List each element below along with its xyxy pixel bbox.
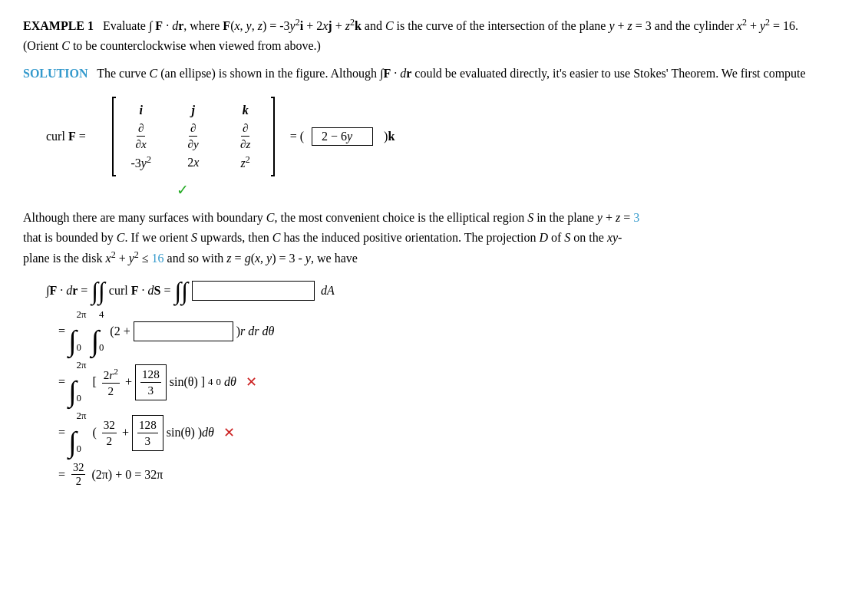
curl-equation: curl F = i j k ∂ ∂x ∂ ∂y <box>46 97 819 176</box>
paren-close4: )dθ <box>198 426 214 440</box>
upper-2pi-4: 2π <box>77 410 87 422</box>
integral-line5: = 32 2 (2π) + 0 = 32π <box>58 461 819 488</box>
solution-paragraph: SOLUTION The curve C (an ellipse) is sho… <box>23 64 819 84</box>
frac-2r2-2: 2r2 2 <box>102 366 120 399</box>
integral-line4: = ∫ 2π 0 ( 32 2 + 128 3 sin(θ) )dθ ✕ <box>58 410 819 455</box>
frac-128-3-box2: 128 3 <box>132 415 163 451</box>
eq-sign2: = <box>58 324 65 338</box>
frac-128-3-inner2: 128 3 <box>137 417 158 449</box>
x-icon-1: ✕ <box>246 374 257 390</box>
upper-2pi-3: 2π <box>77 360 87 371</box>
r-dr-dtheta: )r dr dθ <box>236 324 275 338</box>
partial-dz: ∂ ∂z <box>239 120 252 152</box>
lower-0b: 0 <box>99 342 104 354</box>
lower-0c: 0 <box>77 393 87 404</box>
matrix-cell-i: i <box>126 100 157 120</box>
partial-dx: ∂ ∂x <box>134 120 148 152</box>
curl-result-box: 2 − 6y <box>312 127 373 146</box>
determinant-matrix: i j k ∂ ∂x ∂ ∂y ∂ ∂z <box>112 97 275 176</box>
curl-result-k: )k <box>381 130 395 143</box>
paren-open4: ( <box>92 426 96 440</box>
int-sym4: ∫ <box>68 429 77 456</box>
partial-dy: ∂ ∂y <box>187 120 200 152</box>
frac-32-2: 32 2 <box>102 417 117 449</box>
highlight-16: 16 <box>152 252 164 265</box>
solution-label: SOLUTION <box>23 67 88 80</box>
matrix-cell-j: j <box>178 100 209 120</box>
double-int-sym2: ∫∫ <box>174 278 188 303</box>
frac-128-3: 128 3 <box>140 367 161 398</box>
eq-sign4: = <box>58 426 65 440</box>
upper-2pi: 2π <box>77 309 87 321</box>
example-paragraph: EXAMPLE 1 Evaluate ∫ F · dr, where F(x, … <box>23 15 819 56</box>
lower-limit-0: 0 <box>216 377 221 388</box>
matrix-cell-dy: ∂ ∂y <box>178 120 209 152</box>
highlight-3: 3 <box>633 211 639 224</box>
frac-128-3-box: 128 3 <box>135 364 167 400</box>
matrix-cell-k: k <box>230 100 261 120</box>
bracket-close3: ] <box>201 375 205 389</box>
example-label: EXAMPLE 1 <box>23 19 94 32</box>
int-sym2b: ∫ <box>91 328 99 354</box>
da-label: dA <box>318 284 335 298</box>
eq-sign3: = <box>58 375 65 389</box>
matrix-cell-f3: z2 <box>230 152 261 174</box>
double-int-sym1: ∫∫ <box>91 278 105 303</box>
matrix-cell-f1: -3y2 <box>126 152 157 174</box>
checkmark-row: ✓ <box>177 181 819 199</box>
integral-line1: ∫F · dr = ∫∫ curl F · dS = ∫∫ dA <box>46 278 819 303</box>
integral-box1 <box>192 281 315 301</box>
integral-line2: = ∫ 2π 0 ∫ 4 0 (2 + )r dr dθ <box>58 309 819 354</box>
lower-0d: 0 <box>77 443 87 455</box>
matrix-cell-dz: ∂ ∂z <box>230 120 261 152</box>
int-sym2a: ∫ <box>68 328 77 354</box>
bracket-open3: [ <box>92 375 96 389</box>
int-F-dr: ∫F · dr = <box>46 284 88 298</box>
integral-line3: = ∫ 2π 0 [ 2r2 2 + 128 3 sin(θ) ] 4 0 dθ… <box>58 360 819 404</box>
sin-theta4: sin(θ) <box>167 426 195 440</box>
eq-sign5: = <box>58 468 65 482</box>
matrix-cell-f2: 2x <box>178 152 209 174</box>
frac-32-2-final: 32 2 <box>71 461 85 488</box>
curl-label: curl F = <box>46 130 86 143</box>
integral-block: ∫F · dr = ∫∫ curl F · dS = ∫∫ dA = ∫ 2π … <box>46 278 819 488</box>
x-icon-2: ✕ <box>223 425 235 441</box>
upper-4: 4 <box>99 309 104 321</box>
curl-ds-label: curl F · dS = <box>109 284 171 298</box>
matrix-cell-dx: ∂ ∂x <box>126 120 157 152</box>
text-paragraph2: Although there are many surfaces with bo… <box>23 208 819 268</box>
check-icon: ✓ <box>177 182 189 198</box>
curl-result-eq: = ( <box>287 130 304 143</box>
dtheta3: dθ <box>224 375 236 389</box>
sin-theta3: sin(θ) <box>170 375 198 389</box>
integral-box2 <box>134 321 233 341</box>
plus4: + <box>122 426 129 440</box>
paren-open2: (2 + <box>110 324 130 338</box>
final-expr: (2π) + 0 = 32π <box>91 468 163 482</box>
int-sym3: ∫ <box>68 378 77 405</box>
upper-limit-4: 4 <box>208 377 213 388</box>
plus3: + <box>125 375 132 389</box>
lower-0a: 0 <box>77 342 87 354</box>
